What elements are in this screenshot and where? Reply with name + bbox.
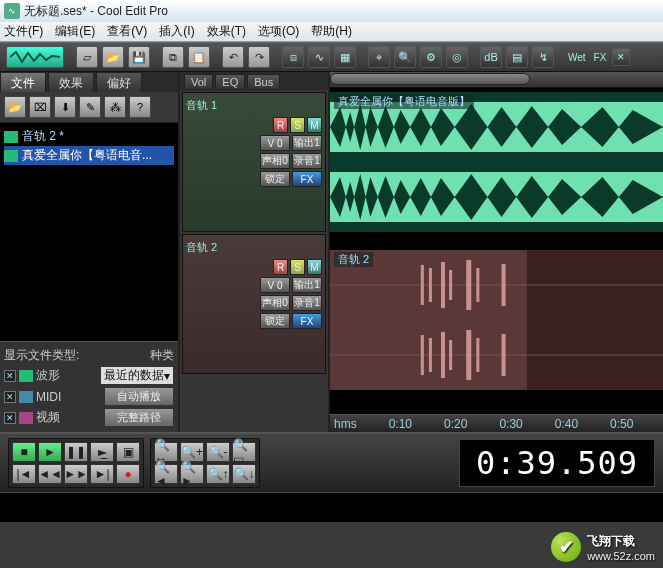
track2-vol-button[interactable]: V 0 xyxy=(260,277,290,293)
go-start-button[interactable]: |◄ xyxy=(12,464,36,484)
checkbox-video[interactable]: ✕ xyxy=(4,412,16,424)
scroll-handle[interactable] xyxy=(330,73,530,85)
copy-button[interactable]: ⧉ xyxy=(162,46,184,68)
track1-pan-button[interactable]: 声相0 xyxy=(260,153,290,169)
tab-bus[interactable]: Bus xyxy=(247,74,280,90)
redo-button[interactable]: ↷ xyxy=(248,46,270,68)
zoom-sel-button[interactable]: 🔍▭ xyxy=(232,442,256,462)
tool-mix-button[interactable]: ▦ xyxy=(334,46,356,68)
menu-effects[interactable]: 效果(T) xyxy=(207,23,246,40)
svg-rect-21 xyxy=(449,340,452,370)
track2-rec-button[interactable]: 录音1 xyxy=(292,295,322,311)
autoplay-button[interactable]: 自动播放 xyxy=(104,387,174,406)
zoom-vout-button[interactable]: 🔍↓ xyxy=(232,464,256,484)
snap-button[interactable]: ⌖ xyxy=(368,46,390,68)
video-icon xyxy=(19,412,33,424)
rewind-button[interactable]: ◄◄ xyxy=(38,464,62,484)
zoom-button[interactable]: 🔍 xyxy=(394,46,416,68)
file-list[interactable]: 音轨 2 * 真爱全属你【粤语电音... xyxy=(0,123,178,341)
checkbox-wave[interactable]: ✕ xyxy=(4,370,16,382)
insert-file-button[interactable]: ⬇ xyxy=(54,96,76,118)
spectral-button[interactable]: ▤ xyxy=(506,46,528,68)
track1-rec-button[interactable]: 录音1 xyxy=(292,153,322,169)
level-button[interactable]: dB xyxy=(480,46,502,68)
help-button[interactable]: ? xyxy=(129,96,151,118)
forward-button[interactable]: ►► xyxy=(64,464,88,484)
save-file-button[interactable]: 💾 xyxy=(128,46,150,68)
pause-button[interactable]: ❚❚ xyxy=(64,442,88,462)
undo-button[interactable]: ↶ xyxy=(222,46,244,68)
zoom-out-button[interactable]: 🔍- xyxy=(206,442,230,462)
zoom-right-button[interactable]: 🔍► xyxy=(180,464,204,484)
open-folder-button[interactable]: 📂 xyxy=(4,96,26,118)
track2-out-button[interactable]: 输出1 xyxy=(292,277,322,293)
menu-edit[interactable]: 编辑(E) xyxy=(55,23,95,40)
menu-help[interactable]: 帮助(H) xyxy=(311,23,352,40)
fullpath-button[interactable]: 完整路径 xyxy=(104,408,174,427)
zoom-in-button[interactable]: 🔍+ xyxy=(180,442,204,462)
recent-dropdown[interactable]: 最近的数据▾ xyxy=(100,366,174,385)
track1-name[interactable]: 音轨 1 xyxy=(186,96,322,115)
menu-view[interactable]: 查看(V) xyxy=(107,23,147,40)
track1-solo-button[interactable]: S xyxy=(290,117,305,133)
track2-mute-button[interactable]: M xyxy=(307,259,322,275)
new-file-button[interactable]: ▱ xyxy=(76,46,98,68)
time-display[interactable]: 0:39.509 xyxy=(459,439,655,487)
stop-button[interactable]: ■ xyxy=(12,442,36,462)
zoom-fit-button[interactable]: 🔍↔ xyxy=(154,442,178,462)
track1-out-button[interactable]: 输出1 xyxy=(292,135,322,151)
track1-fx-button[interactable]: FX xyxy=(292,171,322,187)
tool-envelope-button[interactable]: ∿ xyxy=(308,46,330,68)
track2-name[interactable]: 音轨 2 xyxy=(186,238,322,257)
track2-lock-button[interactable]: 锁定 xyxy=(260,313,290,329)
close-file-button[interactable]: ⌧ xyxy=(29,96,51,118)
options-button[interactable]: ⁂ xyxy=(104,96,126,118)
go-end-button[interactable]: ►| xyxy=(90,464,114,484)
freq-button[interactable]: ↯ xyxy=(532,46,554,68)
menu-file[interactable]: 文件(F) xyxy=(4,23,43,40)
tab-effects[interactable]: 效果 xyxy=(48,72,94,92)
track2-waveform[interactable]: 音轨 2 xyxy=(330,250,663,390)
list-item[interactable]: 音轨 2 * xyxy=(4,127,174,146)
tab-favorites[interactable]: 偏好 xyxy=(96,72,142,92)
track1-waveform[interactable]: 真爱全属你【粤语电音版】 xyxy=(330,92,663,232)
list-item[interactable]: 真爱全属你【粤语电音... xyxy=(4,146,174,165)
ruler-tick: 0:30 xyxy=(499,417,522,431)
mode-waveform-button[interactable] xyxy=(6,46,64,68)
tool-group-button[interactable]: ⧇ xyxy=(282,46,304,68)
horizontal-scrollbar[interactable] xyxy=(330,72,663,88)
tool-cd-button[interactable]: ◎ xyxy=(446,46,468,68)
record-button[interactable]: ● xyxy=(116,464,140,484)
zoom-left-button[interactable]: 🔍◄ xyxy=(154,464,178,484)
play-loop-button[interactable]: ►̲ xyxy=(90,442,114,462)
track2-record-button[interactable]: R xyxy=(273,259,288,275)
menu-insert[interactable]: 插入(I) xyxy=(159,23,194,40)
menu-options[interactable]: 选项(O) xyxy=(258,23,299,40)
track1-record-button[interactable]: R xyxy=(273,117,288,133)
wave-icon xyxy=(4,131,18,143)
tab-files[interactable]: 文件 xyxy=(0,72,46,92)
track1-lock-button[interactable]: 锁定 xyxy=(260,171,290,187)
track2-solo-button[interactable]: S xyxy=(290,259,305,275)
wave-icon xyxy=(19,370,33,382)
checkbox-midi[interactable]: ✕ xyxy=(4,391,16,403)
tab-vol[interactable]: Vol xyxy=(184,74,213,90)
zoom-vin-button[interactable]: 🔍↑ xyxy=(206,464,230,484)
track2-fx-button[interactable]: FX xyxy=(292,313,322,329)
settings-button[interactable]: ⚙ xyxy=(420,46,442,68)
track1-mute-button[interactable]: M xyxy=(307,117,322,133)
track2-pan-button[interactable]: 声相0 xyxy=(260,295,290,311)
time-ruler[interactable]: hms 0:10 0:20 0:30 0:40 0:50 1:00 1:10 1… xyxy=(330,414,663,432)
watermark-url: www.52z.com xyxy=(587,550,655,562)
play-button[interactable]: ► xyxy=(38,442,62,462)
track1-vol-button[interactable]: V 0 xyxy=(260,135,290,151)
open-file-button[interactable]: 📂 xyxy=(102,46,124,68)
edit-file-button[interactable]: ✎ xyxy=(79,96,101,118)
tab-eq[interactable]: EQ xyxy=(215,74,245,90)
tracks-view[interactable]: 真爱全属你【粤语电音版】 音轨 2 xyxy=(330,72,663,432)
fx-toggle-button[interactable]: ✕ xyxy=(612,48,630,66)
paste-button[interactable]: 📋 xyxy=(188,46,210,68)
app-icon: ∿ xyxy=(4,3,20,19)
svg-rect-18 xyxy=(421,335,424,375)
play-sel-button[interactable]: ▣ xyxy=(116,442,140,462)
